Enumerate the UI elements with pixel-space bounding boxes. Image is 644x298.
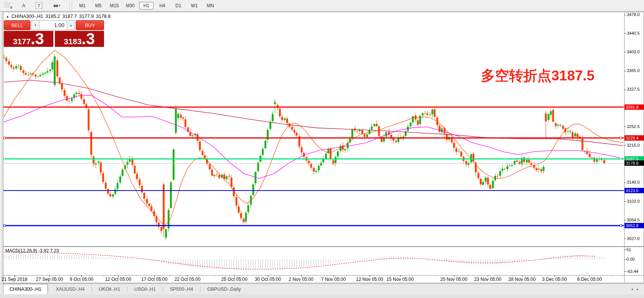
volume-input[interactable]: 1.00	[40, 21, 67, 30]
price-axis-tick: 3365.0	[627, 68, 644, 73]
macd-signal-value: 7.23	[50, 248, 59, 253]
price-axis-tick: 3102.0	[627, 199, 644, 203]
buy-button[interactable]: BUY	[76, 20, 104, 30]
collapse-triangle-icon[interactable]: ▲	[6, 15, 9, 18]
symbol-tab-gbpusd-daily[interactable]: GBPUSD-,Daily	[201, 284, 247, 294]
time-axis-label: 7 Nov 05:00	[321, 277, 346, 282]
text-label-tool-icon[interactable]: A	[19, 2, 28, 10]
fibonacci-f-glyph: F	[11, 6, 13, 10]
macd-axis-tick: -63.44	[626, 269, 638, 274]
price-axis-tick: 3327.5	[627, 87, 644, 91]
volume-stepper: ▼ 1.00 ▲	[31, 20, 75, 30]
timeframe-button-M5[interactable]: M5	[91, 2, 106, 10]
time-axis-label: 6 Dec 05:00	[577, 277, 602, 282]
timeframe-button-D1[interactable]: D1	[171, 2, 186, 10]
toolbar-separator	[69, 2, 72, 10]
shapes-tool-icon[interactable]: ◆◆ ▾	[50, 2, 64, 10]
volume-decrease-button[interactable]: ▼	[32, 21, 40, 30]
price-tag-3291.8: 3291.8	[625, 104, 644, 110]
time-axis-label: 28 Nov 05:00	[508, 277, 535, 282]
time-axis-label: 17 Oct 05:00	[141, 277, 168, 282]
time-axis-label: 25 Oct 05:00	[221, 277, 248, 282]
tab-separator	[200, 286, 200, 292]
drawing-tools-group: F A T ◆◆ ▾	[0, 2, 64, 10]
fibonacci-lines-glyph	[5, 3, 11, 7]
time-axis-label: 30 Oct 05:00	[255, 277, 281, 282]
timeframe-button-H4[interactable]: H4	[155, 2, 170, 10]
price-axis-tick: 3440.5	[627, 31, 644, 35]
symbol-tab-ukoil-h1[interactable]: UKOil-,H1	[93, 284, 126, 294]
sell-price-display[interactable]: 3177.3	[4, 31, 53, 47]
symbol-tab-bar: CHINA300-,H1XAUUSD-,H4UKOil-,H1USOil-,H1…	[0, 284, 644, 294]
tab-separator	[163, 286, 163, 292]
price-tag-3178.8: 3178.8	[625, 160, 644, 166]
price-axis-tick: 3064.5	[627, 218, 644, 222]
timeframe-button-MN[interactable]: MN	[203, 2, 218, 10]
macd-axis-tick: 0.00	[626, 257, 634, 261]
bottom-edge-strip	[0, 294, 644, 298]
time-axis-label: 12 Oct 05:00	[105, 277, 131, 282]
price-axis-tick: 3403.0	[627, 50, 644, 54]
tab-separator	[127, 286, 127, 292]
timeframe-button-M15[interactable]: M15	[107, 2, 122, 10]
symbol-tab-china300-h1[interactable]: CHINA300-,H1	[3, 284, 48, 294]
tab-separator	[48, 286, 49, 292]
symbol-name: CHINA300-,H1	[11, 14, 43, 19]
time-axis-label: 27 Sep 05:00	[36, 277, 63, 282]
time-axis-label: 2 Nov 05:00	[289, 277, 314, 282]
fibonacci-tool-icon[interactable]: F	[4, 2, 13, 10]
chart-annotation-text: 多空转折点3187.5	[481, 66, 594, 85]
macd-indicator-label: MACD(12,26,9) -3.92 7.23	[5, 248, 59, 253]
symbol-tab-sp500-h4[interactable]: SP500-,H4	[164, 284, 199, 294]
tab-scroll-right-icon[interactable]: ▸	[637, 287, 639, 291]
tab-scroll-left-icon[interactable]: ◂	[631, 287, 633, 291]
price-axis-tick: 3478.0	[627, 12, 644, 17]
ohlc-low: 3177.9	[79, 14, 94, 19]
ohlc-open: 3185.2	[45, 14, 60, 19]
trading-app-window: F A T ◆◆ ▾ M1M5M15M30H1H4D1W1MN ▲ CHINA3…	[0, 0, 644, 298]
timeframe-button-W1[interactable]: W1	[187, 2, 202, 10]
ohlc-high: 3187.7	[62, 14, 77, 19]
time-axis-label: 12 Nov 05:00	[356, 277, 383, 282]
ohlc-close: 3178.8	[96, 14, 111, 19]
symbol-tab-xauusd-h4[interactable]: XAUUSD-,H4	[50, 284, 91, 294]
timeframe-button-M1[interactable]: M1	[75, 2, 90, 10]
time-axis-label: 15 Nov 05:00	[386, 277, 413, 282]
tab-separator	[91, 286, 92, 292]
chevron-down-icon[interactable]: ▾	[59, 4, 60, 7]
timeframe-button-M30[interactable]: M30	[123, 2, 138, 10]
sell-button[interactable]: SELL	[4, 20, 30, 30]
timeframe-button-H1[interactable]: H1	[139, 2, 154, 10]
time-axis-label: 23 Nov 05:00	[474, 277, 501, 282]
chart-symbol-title: ▲ CHINA300-,H1 3185.2 3187.7 3177.9 3178…	[6, 14, 111, 19]
symbol-tab-usoil-h1[interactable]: USOil-,H1	[128, 284, 162, 294]
price-axis-tick: 3252.5	[627, 124, 644, 129]
price-axis-tick: 3140.0	[627, 180, 644, 184]
price-axis-tick: 3215.0	[627, 143, 644, 147]
top-toolbar: F A T ◆◆ ▾ M1M5M15M30H1H4D1W1MN	[0, 0, 644, 11]
text-tool-icon[interactable]: T	[34, 2, 43, 10]
time-axis-label: 20 Nov 05:00	[440, 277, 467, 282]
time-axis-label: 3 Dec 05:00	[542, 277, 567, 282]
macd-axis-tick: 51	[626, 247, 631, 252]
macd-value: -3.92	[38, 248, 49, 253]
volume-increase-button[interactable]: ▲	[67, 21, 75, 30]
price-tag-3052.8: 3052.8	[625, 223, 644, 228]
price-tag-3229.4: 3229.4	[625, 135, 644, 141]
time-axis-label: 21 Sep 2018	[2, 277, 27, 282]
one-click-trade-panel: SELL ▼ 1.00 ▲ BUY 3177.3 3183.3	[4, 20, 104, 47]
timeframe-button-group: M1M5M15M30H1H4D1W1MN	[75, 2, 218, 10]
price-axis-tick: 3027.0	[627, 236, 644, 241]
price-tag-3123.5: 3123.5	[625, 188, 644, 193]
buy-price-display[interactable]: 3183.3	[55, 31, 104, 47]
time-axis-label: 22 Oct 05:00	[175, 277, 201, 282]
time-axis-label: 9 Oct 05:00	[70, 277, 93, 282]
